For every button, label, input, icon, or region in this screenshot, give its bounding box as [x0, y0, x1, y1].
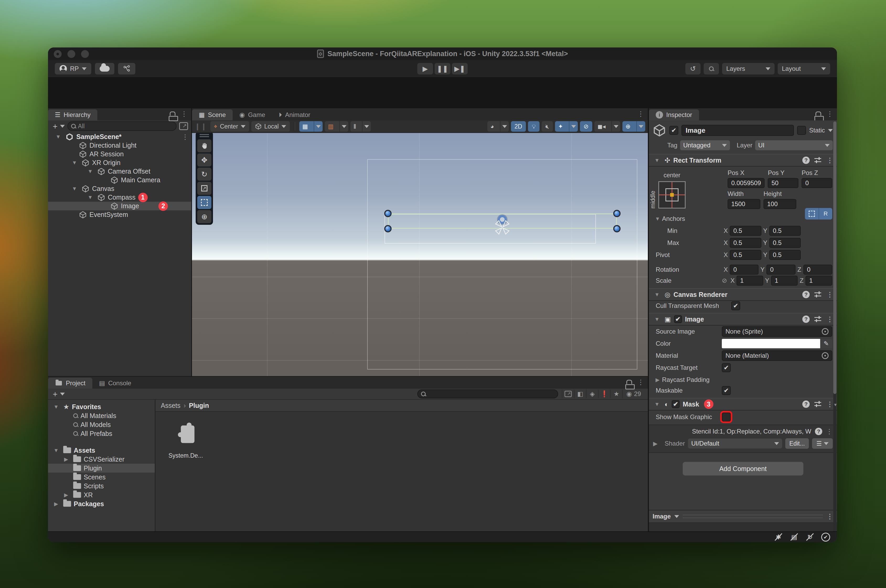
expand-arrow[interactable]: ▼	[86, 168, 95, 174]
mask-component-header[interactable]: ▼ ◐ ✔ Mask 3 ? ⋮	[649, 398, 837, 411]
close-button[interactable]	[54, 50, 61, 58]
tab-game[interactable]: ◉Game	[232, 110, 272, 120]
chevron-down-icon[interactable]	[339, 121, 348, 132]
toolbar-grip[interactable]: ❙❙	[195, 123, 207, 130]
snap-increment-button[interactable]: ▥	[325, 121, 348, 132]
kebab-menu-icon[interactable]: ⋮	[826, 110, 833, 117]
kebab-menu-icon[interactable]: ⋮	[637, 110, 644, 117]
hierarchy-item-compass[interactable]: ▼ Compass 1	[48, 193, 191, 202]
step-button[interactable]: ▶❚	[452, 63, 468, 75]
tab-project[interactable]: Project	[48, 378, 92, 388]
hierarchy-item-image[interactable]: Image 2	[48, 202, 191, 210]
palette-grip[interactable]	[199, 134, 209, 137]
layer-dropdown[interactable]: UI	[755, 140, 833, 150]
foldout-arrow[interactable]: ▼	[652, 316, 661, 322]
pos-z-field[interactable]: 0	[802, 178, 832, 188]
rect-handle[interactable]	[613, 225, 621, 232]
gizmos-dropdown[interactable]: ⊕	[622, 121, 645, 132]
help-icon[interactable]: ?	[802, 400, 810, 408]
zoom-button[interactable]	[81, 50, 89, 58]
folder-item-scenes[interactable]: Scenes	[48, 472, 155, 482]
asset-item-plugin-dll[interactable]: System.De...	[166, 420, 205, 459]
canvas-renderer-header[interactable]: ▼ ◎ Canvas Renderer ? ⋮	[649, 288, 837, 301]
tool-handle-pivot-dropdown[interactable]: ⌖ Center	[210, 121, 249, 132]
status-ok-icon[interactable]: ✔	[821, 532, 830, 542]
project-search-input[interactable]	[426, 390, 555, 398]
static-dropdown-icon[interactable]	[828, 129, 833, 132]
shader-dropdown[interactable]: UI/Default	[688, 438, 782, 448]
edit-shader-button[interactable]: Edit...	[785, 438, 809, 449]
shading-mode-dropdown[interactable]: ◕	[487, 121, 509, 132]
folder-item-csvserializer[interactable]: ▶ CSVSerializer	[48, 455, 155, 464]
raycast-target-checkbox[interactable]: ✔	[722, 363, 731, 372]
expand-arrow[interactable]: ▼	[52, 447, 61, 453]
version-control-button[interactable]	[118, 63, 135, 75]
anchor-gizmo-icon[interactable]	[493, 218, 512, 237]
rect-handle[interactable]	[613, 210, 621, 217]
image-enabled-checkbox[interactable]: ✔	[674, 315, 682, 323]
chevron-down-icon[interactable]	[612, 121, 620, 132]
expand-arrow[interactable]: ▶	[653, 440, 658, 447]
tool-handle-rotation-dropdown[interactable]: Local	[251, 121, 290, 132]
pause-button[interactable]: ❚❚	[435, 63, 450, 75]
filter-by-label-icon[interactable]: ◈	[586, 390, 598, 398]
minimize-button[interactable]	[67, 50, 75, 58]
maskable-checkbox[interactable]: ✔	[722, 386, 731, 395]
kebab-menu-icon[interactable]: ⋮	[826, 428, 833, 435]
chevron-down-icon[interactable]	[314, 121, 322, 132]
anchor-min-y-field[interactable]: 0.5	[769, 226, 801, 236]
kebab-menu-icon[interactable]: ⋮	[826, 316, 833, 322]
preview-drag-handle[interactable]	[683, 514, 823, 518]
anchor-max-x-field[interactable]: 0.5	[730, 238, 762, 248]
mask-enabled-checkbox[interactable]: ✔	[672, 400, 679, 408]
expand-arrow[interactable]: ▶	[61, 456, 70, 462]
kebab-menu-icon[interactable]: ⋮	[181, 110, 187, 117]
camera-settings-dropdown[interactable]: ◼◂	[594, 121, 620, 132]
anchor-min-x-field[interactable]: 0.5	[730, 226, 762, 236]
grid-snapping-button[interactable]: ▦	[299, 121, 323, 132]
hierarchy-item[interactable]: Main Camera	[48, 176, 191, 184]
scale-x-field[interactable]: 1	[736, 276, 763, 286]
kebab-menu-icon[interactable]: ⋮	[637, 379, 644, 386]
foldout-arrow[interactable]: ▼	[652, 292, 661, 298]
favorites-root[interactable]: ▼ ★ Favorites	[48, 402, 155, 411]
hierarchy-item[interactable]: Directional Light	[48, 141, 191, 150]
chevron-down-icon[interactable]	[362, 121, 371, 132]
presets-icon[interactable]	[814, 401, 822, 407]
pivot-x-field[interactable]: 0.5	[730, 250, 762, 260]
pivot-y-field[interactable]: 0.5	[769, 250, 801, 260]
kebab-menu-icon[interactable]: ⋮	[826, 401, 833, 408]
link-scale-icon[interactable]: ⊘	[722, 277, 727, 284]
foldout-arrow[interactable]: ▶	[653, 376, 662, 383]
anchor-max-y-field[interactable]: 0.5	[769, 238, 801, 248]
expand-arrow[interactable]: ▼	[52, 404, 61, 410]
shader-menu-button[interactable]: ☰	[812, 438, 833, 449]
foldout-arrow[interactable]: ▼	[653, 216, 662, 222]
show-mask-graphic-checkbox[interactable]	[722, 412, 731, 422]
hand-tool-button[interactable]	[197, 139, 211, 152]
hierarchy-item[interactable]: ▼ Camera Offset	[48, 167, 191, 176]
kebab-menu-icon[interactable]: ⋮	[182, 134, 189, 140]
layout-dropdown[interactable]: Layout	[778, 63, 830, 75]
auto-refresh-disabled-icon[interactable]: ↻	[805, 532, 814, 542]
cloud-button[interactable]	[95, 63, 114, 75]
image-component-header[interactable]: ▼ ▣ ✔ Image ? ⋮	[649, 313, 837, 326]
play-button[interactable]: ▶	[417, 63, 433, 75]
rect-tool-button[interactable]	[197, 196, 211, 209]
collab-disabled-icon[interactable]: ▤	[790, 532, 799, 542]
scale-z-field[interactable]: 1	[805, 276, 832, 286]
color-swatch[interactable]	[722, 339, 820, 348]
hierarchy-item[interactable]: EventSystem	[48, 210, 191, 219]
rotation-x-field[interactable]: 0	[730, 265, 759, 274]
folder-item-xr[interactable]: ▶ XR	[48, 490, 155, 500]
account-dropdown[interactable]: RP	[55, 63, 91, 75]
scale-y-field[interactable]: 1	[771, 276, 798, 286]
packages-root[interactable]: ▶ Packages	[48, 500, 155, 508]
undo-history-button[interactable]: ↺	[685, 63, 700, 75]
presets-icon[interactable]	[814, 157, 822, 164]
anchor-preset-button[interactable]	[658, 181, 686, 208]
scene-lighting-button[interactable]: 💡︎	[528, 121, 540, 132]
expand-arrow[interactable]: ▼	[54, 134, 63, 140]
blueprint-mode-button[interactable]	[805, 208, 819, 219]
favorites-item[interactable]: All Models	[48, 420, 155, 429]
